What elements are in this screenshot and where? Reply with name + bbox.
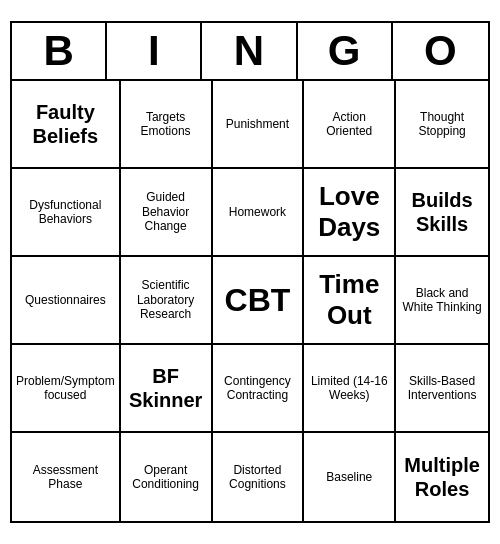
bingo-cell: Black and White Thinking: [396, 257, 488, 345]
header-letter: I: [107, 23, 202, 79]
bingo-cell: Action Oriented: [304, 81, 396, 169]
bingo-cell: Faulty Beliefs: [12, 81, 121, 169]
bingo-cell: Targets Emotions: [121, 81, 213, 169]
bingo-cell: Thought Stopping: [396, 81, 488, 169]
bingo-cell: Operant Conditioning: [121, 433, 213, 521]
bingo-cell: Dysfunctional Behaviors: [12, 169, 121, 257]
bingo-cell: Homework: [213, 169, 305, 257]
header-letter: O: [393, 23, 488, 79]
bingo-cell: Skills-Based Interventions: [396, 345, 488, 433]
bingo-cell: Guided Behavior Change: [121, 169, 213, 257]
bingo-cell: Punishment: [213, 81, 305, 169]
bingo-cell: Time Out: [304, 257, 396, 345]
bingo-cell: Contingency Contracting: [213, 345, 305, 433]
bingo-cell: Distorted Cognitions: [213, 433, 305, 521]
bingo-grid: Faulty BeliefsTargets EmotionsPunishment…: [12, 81, 488, 521]
bingo-cell: Assessment Phase: [12, 433, 121, 521]
bingo-cell: CBT: [213, 257, 305, 345]
bingo-cell: Multiple Roles: [396, 433, 488, 521]
bingo-cell: Builds Skills: [396, 169, 488, 257]
bingo-cell: Limited (14-16 Weeks): [304, 345, 396, 433]
bingo-cell: Baseline: [304, 433, 396, 521]
bingo-cell: Problem/Symptom focused: [12, 345, 121, 433]
bingo-cell: Love Days: [304, 169, 396, 257]
bingo-cell: BF Skinner: [121, 345, 213, 433]
bingo-card: BINGO Faulty BeliefsTargets EmotionsPuni…: [10, 21, 490, 523]
bingo-cell: Scientific Laboratory Research: [121, 257, 213, 345]
header-letter: N: [202, 23, 297, 79]
header-letter: G: [298, 23, 393, 79]
bingo-cell: Questionnaires: [12, 257, 121, 345]
bingo-header: BINGO: [12, 23, 488, 81]
header-letter: B: [12, 23, 107, 79]
